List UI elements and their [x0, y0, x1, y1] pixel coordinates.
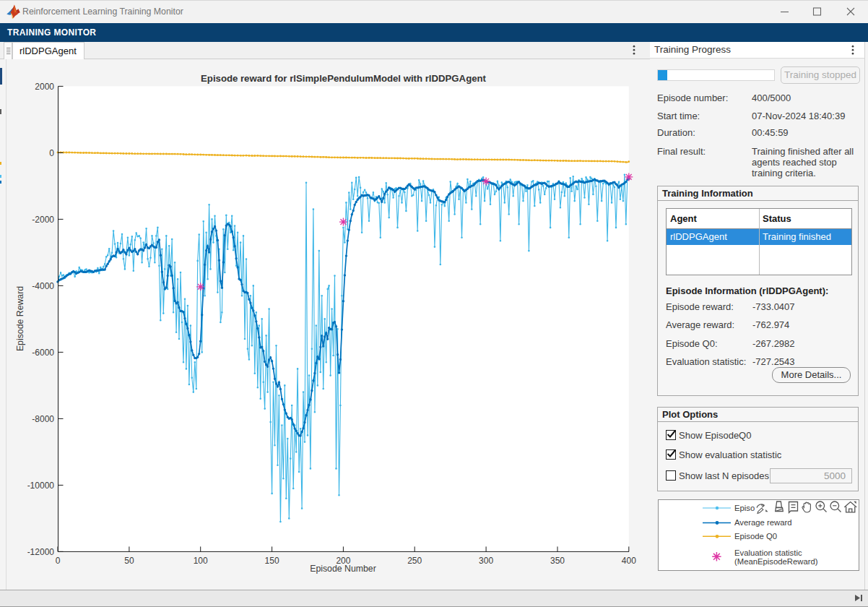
svg-text:50: 50: [124, 556, 134, 566]
svg-text:-8000: -8000: [32, 414, 54, 424]
svg-text:2000: 2000: [35, 82, 54, 92]
svg-text:150: 150: [265, 556, 279, 566]
svg-text:0: 0: [49, 148, 54, 158]
svg-text:250: 250: [407, 556, 422, 566]
svg-text:(MeanEpisodeReward): (MeanEpisodeReward): [734, 557, 818, 566]
svg-text:-2000: -2000: [32, 215, 54, 225]
svg-text:400: 400: [622, 556, 636, 566]
svg-text:-12000: -12000: [27, 547, 55, 557]
svg-text:100: 100: [194, 556, 208, 566]
svg-text:Episode Reward: Episode Reward: [15, 286, 25, 351]
svg-text:-4000: -4000: [32, 281, 54, 291]
svg-text:Average reward: Average reward: [734, 518, 792, 527]
svg-text:-6000: -6000: [32, 348, 54, 358]
svg-text:300: 300: [479, 556, 493, 566]
svg-text:0: 0: [56, 556, 61, 566]
svg-text:Episode Q0: Episode Q0: [734, 532, 777, 541]
svg-text:Evaluation statistic: Evaluation statistic: [734, 548, 802, 557]
svg-text:-10000: -10000: [27, 481, 55, 491]
svg-text:Episode reward for rlSimplePen: Episode reward for rlSimplePendulumModel…: [201, 73, 487, 84]
svg-text:350: 350: [550, 556, 565, 566]
svg-text:Episode Number: Episode Number: [310, 564, 376, 574]
